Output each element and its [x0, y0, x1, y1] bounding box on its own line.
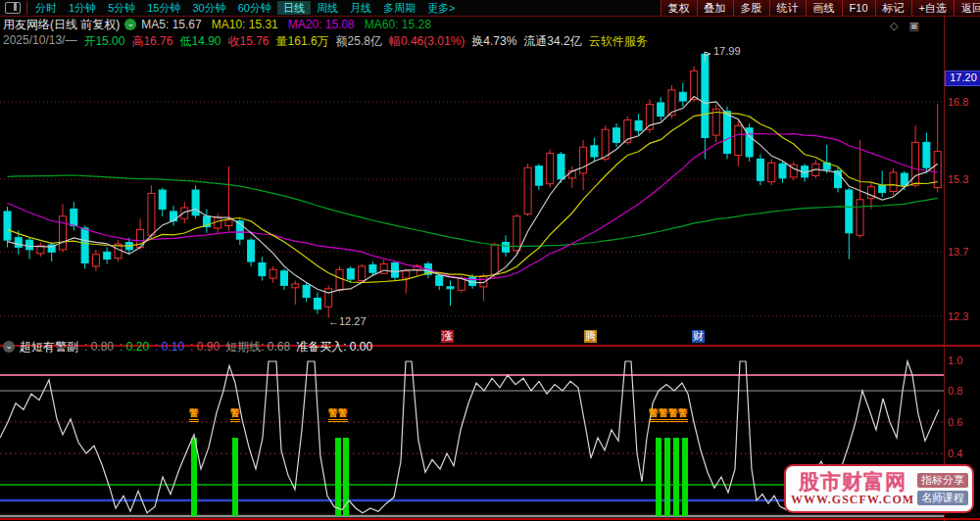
ma-value: MA20: 15.08: [288, 18, 355, 31]
watermark-url: WWW.GSCFW.COM: [790, 493, 915, 507]
menu-item-周线[interactable]: 周线: [311, 1, 344, 15]
menu-item-30分钟[interactable]: 30分钟: [187, 1, 232, 15]
warning-icon-group: 警警警警: [649, 408, 688, 422]
indicator-params: : 0.80: 0.20: 0.10: 0.90: [84, 340, 225, 354]
price-label: 12.3: [948, 310, 980, 322]
menu-item-分时[interactable]: 分时: [29, 1, 63, 15]
toolbar-button-多股[interactable]: 多股: [733, 0, 769, 16]
price-label: 15.3: [948, 173, 980, 185]
collapse-circle-icon[interactable]: ⌄: [3, 341, 15, 353]
quote-info-row: 2025/10/13/—开15.00高16.76低14.90收15.76量161…: [3, 33, 655, 47]
cursor-price-badge: 17.20: [945, 71, 980, 86]
ma-value: MA5: 15.67: [141, 18, 201, 31]
quote-field: 幅0.46(3.01%): [389, 33, 465, 47]
quote-field: 额25.8亿: [336, 33, 382, 47]
indicator-axis-label: 0.4: [948, 448, 980, 459]
bottom-border-line: [0, 518, 980, 520]
indicator-axis-label: 0.8: [948, 385, 980, 397]
toolbar-divider: [26, 1, 27, 15]
warning-icon: 警: [338, 408, 348, 422]
event-marker-腾: 腾: [584, 330, 597, 343]
event-marker-涨: 涨: [441, 330, 454, 343]
quote-field: 收15.76: [228, 33, 270, 47]
menu-item-5分钟[interactable]: 5分钟: [102, 1, 141, 15]
price-label: 16.8: [948, 96, 980, 108]
warning-icon: 警: [668, 408, 678, 422]
warning-icon: 警: [659, 408, 668, 422]
quote-field: 量161.6万: [276, 33, 329, 47]
app-window: 分时1分钟5分钟15分钟30分钟60分钟日线周线月线多周期更多> 复权叠加多股统…: [0, 0, 980, 521]
warning-icon-group: 警: [230, 408, 240, 422]
warning-icon: 警: [649, 408, 659, 422]
price-axis-line: [944, 17, 945, 521]
watermark-tags: 指标分享名师课程: [917, 473, 968, 505]
period-menu: 分时1分钟5分钟15分钟30分钟60分钟日线周线月线多周期更多>: [29, 1, 461, 16]
window-split-icon[interactable]: [5, 2, 21, 14]
toolbar-button-复权[interactable]: 复权: [661, 0, 697, 16]
low-annotation: ←12.27: [328, 315, 367, 327]
warning-icon-group: 警: [189, 408, 199, 422]
indicator-line-value: 短期线: 0.68: [225, 339, 290, 355]
indicator-axis-label: 0.6: [948, 416, 980, 428]
indicator-param: : 0.80: [84, 340, 114, 354]
warning-icon: 警: [230, 408, 240, 422]
watermark-tag: 名师课程: [917, 491, 968, 505]
indicator-header: ⌄ 超短有警副 : 0.80: 0.20: 0.10: 0.90 短期线: 0.…: [0, 339, 378, 355]
indicator-param: : 0.90: [190, 340, 220, 354]
indicator-axis-label: 1.0: [948, 355, 980, 366]
chart-corner-icons[interactable]: ◇ ▣: [890, 20, 923, 32]
menu-item-15分钟[interactable]: 15分钟: [141, 1, 186, 15]
toolbar-button-返回[interactable]: 返回: [954, 0, 980, 16]
warning-icon: 警: [328, 408, 338, 422]
toolbar-button-叠加[interactable]: 叠加: [697, 0, 733, 16]
quote-field: 高16.76: [131, 33, 172, 47]
menu-item-多周期[interactable]: 多周期: [377, 1, 421, 15]
favorite-circle-icon[interactable]: ⌄: [124, 19, 136, 30]
quote-field: 换4.73%: [471, 33, 516, 47]
indicator-param: : 0.10: [155, 340, 184, 354]
quote-field: 开15.00: [83, 33, 124, 47]
quote-field: 低14.90: [179, 33, 220, 47]
toolbar-right-buttons: 复权叠加多股统计画线F10标记+自选返回: [661, 0, 980, 16]
warning-icon: 警: [678, 408, 688, 422]
watermark-site-name: 股市财富网: [790, 471, 915, 493]
watermark-box: 股市财富网 WWW.GSCFW.COM 指标分享名师课程: [784, 464, 974, 513]
warning-icon-group: 警警: [328, 408, 348, 422]
warning-icon: 警: [189, 408, 199, 422]
stock-title: 用友网络(日线 前复权): [3, 17, 120, 33]
top-toolbar: 分时1分钟5分钟15分钟30分钟60分钟日线周线月线多周期更多> 复权叠加多股统…: [0, 0, 980, 16]
menu-item-月线[interactable]: 月线: [344, 1, 377, 15]
stock-title-row: 用友网络(日线 前复权) ⌄ MA5: 15.67MA10: 15.31MA20…: [3, 18, 441, 31]
menu-item-更多>[interactable]: 更多>: [421, 1, 461, 15]
high-annotation: 17.99: [713, 45, 741, 57]
quote-field: 流通34.2亿: [523, 33, 581, 47]
indicator-signal-value: 准备买入: 0.00: [296, 339, 372, 355]
menu-item-日线[interactable]: 日线: [277, 1, 311, 15]
main-candlestick-chart[interactable]: [0, 49, 944, 345]
toolbar-button-F10[interactable]: F10: [842, 0, 875, 16]
watermark-tag: 指标分享: [917, 473, 968, 488]
event-marker-财: 财: [692, 330, 705, 343]
ma-value: MA60: 15.28: [365, 18, 431, 31]
quote-field: 2025/10/13/—: [3, 33, 76, 47]
watermark-text: 股市财富网 WWW.GSCFW.COM: [790, 471, 915, 507]
indicator-name[interactable]: 超短有警副: [20, 339, 78, 355]
toolbar-bottom-line: [0, 16, 980, 17]
menu-item-60分钟[interactable]: 60分钟: [232, 1, 277, 15]
quote-field: 云软件服务: [589, 33, 648, 47]
price-label: 13.7: [948, 246, 980, 258]
ma-values: MA5: 15.67MA10: 15.31MA20: 15.08MA60: 15…: [141, 18, 441, 31]
indicator-param: : 0.20: [120, 340, 149, 354]
ma-value: MA10: 15.31: [212, 18, 278, 31]
toolbar-button-+自选[interactable]: +自选: [911, 0, 954, 16]
menu-item-1分钟[interactable]: 1分钟: [63, 1, 102, 15]
toolbar-button-画线[interactable]: 画线: [806, 0, 842, 16]
toolbar-button-统计[interactable]: 统计: [769, 0, 806, 16]
toolbar-button-标记[interactable]: 标记: [875, 0, 911, 16]
